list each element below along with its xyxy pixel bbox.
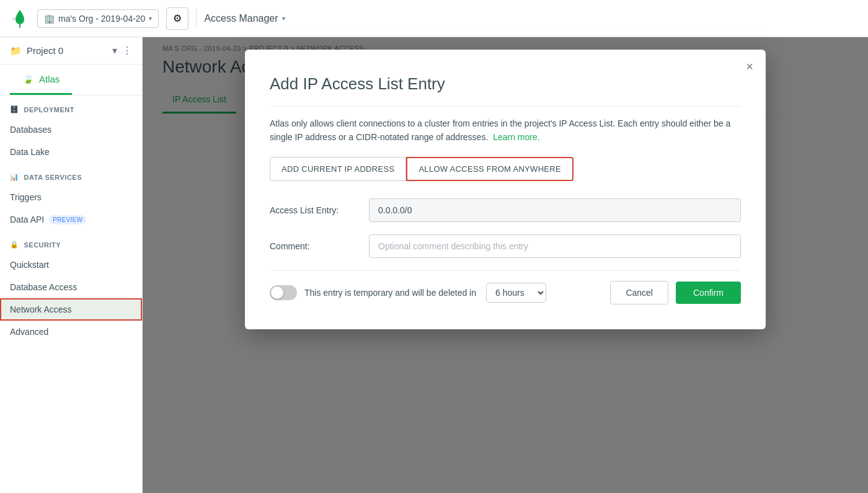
- comment-input[interactable]: [369, 234, 741, 258]
- access-list-entry-input[interactable]: [369, 198, 741, 222]
- add-current-ip-button[interactable]: ADD CURRENT IP ADDRESS: [270, 157, 406, 181]
- access-list-entry-row: Access List Entry:: [270, 198, 741, 222]
- modal-divider: [270, 106, 741, 107]
- security-section: 🔒 SECURITY: [0, 231, 142, 254]
- org-name: ma's Org - 2019-04-20: [58, 14, 145, 24]
- confirm-button[interactable]: Confirm: [676, 282, 741, 304]
- sidebar-item-advanced[interactable]: Advanced: [0, 321, 142, 343]
- sidebar: 📁 Project 0 ▾ ⋮ 🍃 Atlas 🗄️ DEPLOYMENT Da…: [0, 37, 143, 493]
- topbar: 🏢 ma's Org - 2019-04-20 ▾ ⚙ Access Manag…: [0, 0, 868, 37]
- sidebar-item-quickstart[interactable]: Quickstart: [0, 254, 142, 276]
- building-icon: 🏢: [44, 14, 55, 24]
- mongodb-logo: [10, 9, 30, 29]
- toggle-label: This entry is temporary and will be dele…: [304, 288, 476, 298]
- project-header: 📁 Project 0 ▾ ⋮: [0, 37, 142, 64]
- lock-icon: 🔒: [10, 241, 19, 249]
- toggle-knob: [271, 286, 283, 299]
- product-chevron-icon: ▾: [282, 15, 285, 22]
- project-chevron-icon[interactable]: ▾: [112, 45, 117, 56]
- org-selector[interactable]: 🏢 ma's Org - 2019-04-20 ▾: [37, 9, 159, 28]
- atlas-leaf-icon: 🍃: [22, 73, 34, 84]
- preview-badge: PREVIEW: [49, 215, 86, 224]
- project-more-icon[interactable]: ⋮: [122, 45, 132, 56]
- atlas-tabs: 🍃 Atlas: [0, 64, 142, 95]
- comment-row: Comment:: [270, 234, 741, 258]
- main-layout: 📁 Project 0 ▾ ⋮ 🍃 Atlas 🗄️ DEPLOYMENT Da…: [0, 37, 868, 493]
- modal-title: Add IP Access List Entry: [270, 74, 741, 94]
- access-list-entry-label: Access List Entry:: [270, 205, 369, 215]
- allow-anywhere-button[interactable]: ALLOW ACCESS FROM ANYWHERE: [406, 157, 574, 181]
- comment-label: Comment:: [270, 241, 369, 251]
- atlas-tab[interactable]: 🍃 Atlas: [10, 64, 72, 95]
- sidebar-item-databases[interactable]: Databases: [0, 118, 142, 141]
- sidebar-item-triggers[interactable]: Triggers: [0, 186, 142, 208]
- product-selector[interactable]: Access Manager ▾: [196, 9, 292, 28]
- modal-actions: Cancel Confirm: [610, 281, 741, 304]
- settings-icon: ⚙: [173, 12, 182, 24]
- project-name: 📁 Project 0: [10, 45, 63, 56]
- modal-btn-row: ADD CURRENT IP ADDRESS ALLOW ACCESS FROM…: [270, 157, 741, 181]
- hours-select[interactable]: 6 hours 12 hours 24 hours 48 hours: [486, 283, 546, 303]
- sidebar-item-database-access[interactable]: Database Access: [0, 276, 142, 298]
- folder-icon: 📁: [10, 45, 22, 56]
- deployment-db-icon: 🗄️: [10, 105, 19, 113]
- deployment-section: 🗄️ DEPLOYMENT: [0, 95, 142, 118]
- modal-description: Atlas only allows client connections to …: [270, 117, 741, 144]
- sidebar-item-network-access[interactable]: Network Access: [0, 298, 142, 321]
- settings-button[interactable]: ⚙: [166, 7, 188, 30]
- sidebar-item-data-api[interactable]: Data API PREVIEW: [0, 208, 142, 231]
- content-area: MA'S ORG - 2019-04-20 > PROJECT 0 > NETW…: [143, 37, 868, 493]
- modal-learn-more-link[interactable]: Learn more.: [493, 132, 539, 142]
- toggle-row: This entry is temporary and will be dele…: [270, 270, 741, 304]
- modal-dialog: × Add IP Access List Entry Atlas only al…: [245, 50, 766, 329]
- cancel-button[interactable]: Cancel: [610, 281, 668, 304]
- temporary-toggle[interactable]: [270, 285, 297, 300]
- modal-overlay: × Add IP Access List Entry Atlas only al…: [143, 37, 868, 493]
- data-services-section: 📊 DATA SERVICES: [0, 163, 142, 186]
- data-services-icon: 📊: [10, 173, 19, 181]
- org-chevron-icon: ▾: [149, 15, 152, 22]
- modal-close-button[interactable]: ×: [746, 60, 753, 74]
- sidebar-item-data-lake[interactable]: Data Lake: [0, 141, 142, 163]
- product-name: Access Manager: [204, 13, 278, 24]
